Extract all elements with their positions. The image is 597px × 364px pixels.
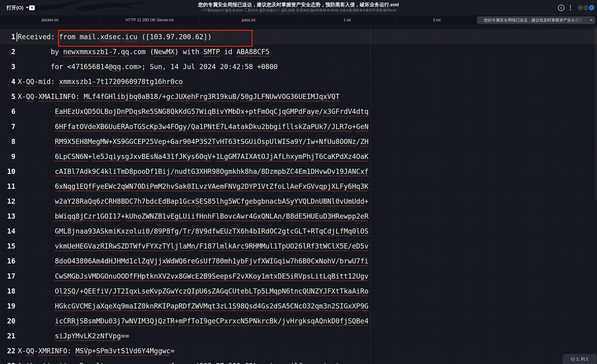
code-line-21: 21 siJpYMvLK2zNfVpg== [0,329,597,343]
misspelled-token: mailfrom [282,362,315,364]
misspelled-token: le5JqiysgJxvBEsNa431fJKys6OqV [92,153,212,160]
misspelled-token: MSVp [76,347,92,355]
tab-docker.txt[interactable]: docker.txt [0,16,100,25]
code-text: .com ( [129,48,154,56]
code-text: / [179,227,183,235]
window-title-area: 您的专属安全周报已送达，建议您及时掌握资产安全态势，预防黑客入侵，破坏业务运行.… [77,1,520,13]
misspelled-token: Gar904P3S2TvHT63tSGUiOspUlWISa9Y [171,138,302,146]
line-number: 8 [0,134,16,149]
misspelled-token: QQ [26,93,34,101]
line-number: 23 [0,358,16,364]
line-number: 7 [0,119,16,134]
line-number: 13 [0,209,16,224]
code-text [18,198,55,205]
misspelled-token: nudtG3XHR98Ogmkhk8ha [174,167,257,175]
code-line-3: 3 for <471656814@qq.com>; Sun, 14 Jul 20… [0,59,597,74]
line-number: 3 [0,59,16,74]
misspelled-token: JLR7o [331,123,352,131]
tab-1.txt[interactable]: 1.txt [298,16,397,25]
info-icon[interactable]: i [558,5,564,11]
code-text: .com; [137,362,162,364]
tab-http-11-200-ok-server.txt[interactable]: HTTP 11 200 OK Server.txt [100,16,200,25]
tab-active-eml[interactable]: 您的专属安全周报已送达，建议您及时掌握资产安全态势 × [477,16,595,24]
code-text [18,287,55,295]
code-text: =pass(103.97.200.62) [174,362,261,364]
editor-area[interactable]: 1Received: from mail.xdsec.icu ([103.97.… [0,25,597,364]
code-text: for <471656814@ [18,63,113,71]
code-text [18,257,55,265]
line-number: 14 [0,224,16,239]
misspelled-token: SPm3vtS1Vd6Y4Mggwc [96,347,171,355]
vertical-scrollbar[interactable] [595,27,596,199]
misspelled-token: gcJUXehFrg3R19kuB [166,93,236,101]
misspelled-token: 50gJLFNUwVOG36UEIMJqxVQT [241,93,340,101]
line-number: 9 [0,149,16,164]
code-text: . [278,362,282,364]
tab-label: pass.txt [242,18,256,22]
tab-bar: docker.txtHTTP 11 200 OK Server.txtpass.… [0,16,597,25]
code-line-12: 12 w2aY28RaQq6zCRH8BDC7h7bdcEdBap1GcxSES… [0,194,597,209]
code-text: - [34,347,39,355]
code-text: + [109,138,113,146]
misspelled-token: siJpYMvLK2zNfVpg [55,332,121,340]
code-text: -mid: [34,78,59,86]
menu-icon[interactable] [569,4,572,11]
code-text: X- [18,78,26,86]
code-text: + [212,153,216,160]
misspelled-token: mPfToI9geCPxrxcN5PNkrcBk [179,317,278,325]
misspelled-token: vkmUeHEGVazRIRwSZDTWfvFYXzTYljlaMn [55,242,195,250]
tab-close-icon[interactable]: × [590,17,593,23]
code-text: + [88,153,92,160]
code-text: : [76,93,84,101]
code-text: /+ [158,93,166,101]
misspelled-token: brwU7fi [339,257,369,265]
open-button-label: 打开(O) [7,4,23,11]
code-text: / [150,227,154,235]
misspelled-token: Ol2SQ [55,287,75,295]
code-text [18,123,55,131]
window-title: 您的专属安全周报已送达，建议您及时掌握资产安全态势，预防黑客入侵，破坏业务运行.… [77,1,520,8]
misspelled-token: NfUu8OONz [319,138,356,146]
misspelled-token: NewMX [154,48,174,56]
misspelled-token: Tr [183,227,191,235]
code-text: = [171,347,175,355]
code-text: / [282,212,286,220]
maximize-button[interactable] [583,5,589,10]
minimize-button[interactable] [578,5,583,10]
code-text [18,212,55,220]
close-icon: × [590,6,593,10]
code-line-17: 17 CwSMGbJsVMDGOnuOODfFHptknXV2vx8GWcE2B… [0,269,597,284]
misspelled-token: QEEfiV [84,287,109,295]
line-number: 20 [0,314,16,329]
open-button[interactable]: 打开(O) [4,3,32,13]
code-line-18: 18 Ol2SQ/+QEEfiV/JT2IqxLseKvpZGwYczQIpU6… [0,284,597,299]
code-text: /+ [76,287,84,295]
code-text [18,167,55,175]
code-text: / [302,138,307,146]
tab-2.txt[interactable]: 2.txt [397,16,477,25]
code-text: + [92,347,96,355]
new-document-button[interactable]: + [28,4,35,11]
line-number: 6 [0,104,16,119]
code-text: + [307,227,311,235]
tab-pass.txt[interactable]: pass.txt [199,16,298,25]
code-text [18,108,55,116]
misspelled-token: 8DzmpbZC4Em1DHvwDv19JANCxf [261,167,369,175]
code-text: - [34,93,39,101]
text-cursor [16,32,17,41]
file-path: ~/下载/baidu/小迪安全2024 工具/016-蓝队技能/217-蓝队技能… [77,8,520,13]
code-lines: 1Received: from mail.xdsec.icu ([103.97.… [0,29,597,364]
line-number: 15 [0,239,16,254]
code-text [18,138,55,146]
misspelled-token: w2aY28RaQq6zCRH8BDC7h7bdcEdBap1GcxSES85l… [55,198,364,205]
line-number: 5 [0,89,16,104]
misspelled-token: F187lmlkArc9RHMMul1TpUO26lRf3tWClX5E [199,242,348,250]
misspelled-token: jvHrgksqAQnkD0fjSQBe4 [282,317,369,325]
misspelled-token: 8V9dfwEUzTX6h4bIRdOC2gtcGLT [195,227,307,235]
code-text: Authentication-Results: mx. [18,362,129,364]
code-text: X- [18,347,26,355]
misspelled-token: 6HFfatOVdeXB6UuERAoTGScKp3w4FOgy [55,123,187,131]
code-text: + [315,138,319,146]
close-button[interactable]: × [589,5,594,10]
misspelled-token: xmmxszb1-7t1720960978tg16hr0co [59,78,183,86]
